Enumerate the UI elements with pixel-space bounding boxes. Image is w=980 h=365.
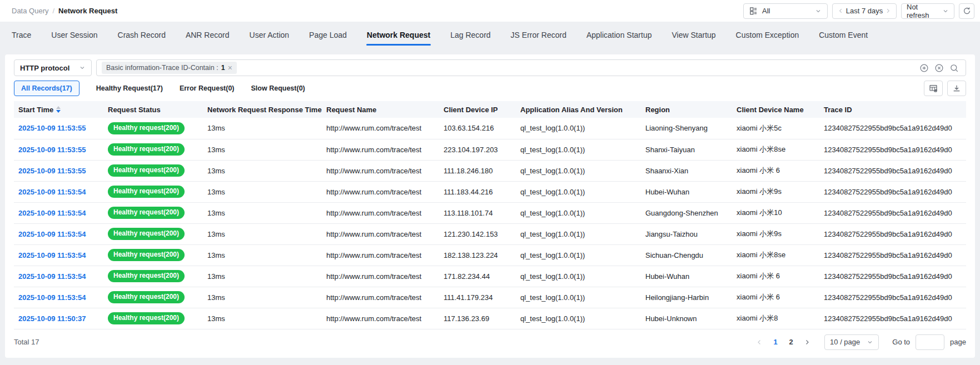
- tab-application-startup[interactable]: Application Startup: [576, 22, 662, 48]
- start-time-link[interactable]: 2025-10-09 11:53:55: [18, 146, 86, 154]
- add-filter-icon[interactable]: [919, 63, 929, 73]
- cell-app-version: ql_test_log(1.0.0(1)): [516, 181, 641, 202]
- cell-app-version: ql_test_log(1.0.0(1)): [516, 118, 641, 139]
- start-time-link[interactable]: 2025-10-09 11:50:37: [18, 314, 86, 323]
- filter-condition-input[interactable]: Basic information-Trace ID-Contain : 1 ×: [96, 59, 966, 76]
- tab-trace[interactable]: Trace: [2, 22, 41, 48]
- cell-region: Hubei-Wuhan: [641, 266, 732, 287]
- col-client-ip: Client Device IP: [439, 101, 516, 118]
- cell-device-name: xiaomi 小米5c: [732, 118, 819, 139]
- cell-region: Jiangsu-Taizhou: [641, 223, 732, 244]
- refresh-mode-select[interactable]: Not refresh: [901, 3, 954, 19]
- filter-tag-close-icon[interactable]: ×: [228, 64, 232, 72]
- table-tools: [924, 81, 966, 96]
- tab-page-load[interactable]: Page Load: [299, 22, 357, 48]
- cell-start-time: 2025-10-09 11:53:54: [14, 287, 103, 308]
- prev-page-icon[interactable]: [753, 335, 765, 349]
- tab-crash-record[interactable]: Crash Record: [108, 22, 176, 48]
- sort-desc-icon: [56, 110, 61, 113]
- page-number-1[interactable]: 1: [769, 335, 782, 349]
- scope-select[interactable]: All: [743, 3, 828, 19]
- search-icon[interactable]: [949, 63, 959, 73]
- cell-client-ip: 103.63.154.216: [439, 118, 516, 139]
- refresh-button[interactable]: [959, 3, 974, 19]
- chevron-down-icon: [942, 8, 949, 14]
- sort-icon[interactable]: [56, 106, 61, 113]
- cell-request-status: Healthy request(200): [103, 160, 203, 181]
- tab-js-error-record[interactable]: JS Error Record: [501, 22, 576, 48]
- goto-page-input[interactable]: [916, 334, 944, 350]
- record-tab-all-records-17[interactable]: All Records(17): [14, 81, 79, 96]
- cell-request-status: Healthy request(200): [103, 139, 203, 160]
- next-page-icon[interactable]: [801, 335, 813, 349]
- download-button[interactable]: [947, 81, 966, 96]
- start-time-link[interactable]: 2025-10-09 11:53:54: [18, 230, 86, 238]
- cell-response-time: 13ms: [203, 308, 322, 329]
- tab-custom-exception[interactable]: Custom Exception: [726, 22, 809, 48]
- range-next-icon[interactable]: [885, 8, 891, 14]
- scope-select-value: All: [762, 7, 810, 15]
- cell-trace-id: 12340827522955bd9bc5a1a9162d49d0: [819, 202, 966, 223]
- cell-region: Hubei-Wuhan: [641, 181, 732, 202]
- tab-user-session[interactable]: User Session: [41, 22, 107, 48]
- record-tab-healthy-request-17[interactable]: Healthy Request(17): [96, 84, 163, 92]
- cell-request-name: http://www.rum.com/trace/test: [322, 223, 439, 244]
- chevron-down-icon: [815, 8, 822, 14]
- cell-app-version: ql_test_log(1.0.0(1)): [516, 139, 641, 160]
- cell-request-status: Healthy request(200): [103, 202, 203, 223]
- col-device-name: Client Device Name: [732, 101, 819, 118]
- tab-custom-event[interactable]: Custom Event: [809, 22, 878, 48]
- cell-response-time: 13ms: [203, 139, 322, 160]
- start-time-link[interactable]: 2025-10-09 11:53:54: [18, 209, 86, 217]
- page-number-2[interactable]: 2: [784, 335, 798, 349]
- col-start-time[interactable]: Start Time: [14, 101, 103, 118]
- cell-start-time: 2025-10-09 11:53:55: [14, 160, 103, 181]
- top-controls: All Last 7 days Not refresh: [743, 3, 974, 19]
- table-row: 2025-10-09 11:53:54Healthy request(200)1…: [14, 287, 966, 308]
- tab-network-request[interactable]: Network Request: [357, 22, 440, 48]
- time-range-value[interactable]: Last 7 days: [846, 7, 883, 15]
- cell-client-ip: 121.230.142.153: [439, 223, 516, 244]
- status-badge: Healthy request(200): [108, 164, 185, 177]
- network-request-panel: HTTP protocol Basic information-Trace ID…: [5, 54, 975, 358]
- clear-filter-icon[interactable]: [934, 63, 944, 73]
- table-row: 2025-10-09 11:53:54Healthy request(200)1…: [14, 266, 966, 287]
- status-badge: Healthy request(200): [108, 143, 185, 156]
- breadcrumb-parent[interactable]: Data Query: [12, 7, 48, 15]
- column-settings-button[interactable]: [924, 81, 943, 96]
- cell-app-version: ql_test_log(1.0.0(1)): [516, 266, 641, 287]
- protocol-select[interactable]: HTTP protocol: [14, 59, 92, 76]
- record-tab-slow-request-0[interactable]: Slow Request(0): [251, 84, 305, 92]
- cell-device-name: xiaomi 小米 6: [732, 287, 819, 308]
- start-time-link[interactable]: 2025-10-09 11:53:55: [18, 167, 86, 175]
- cell-request-name: http://www.rum.com/trace/test: [322, 139, 439, 160]
- start-time-link[interactable]: 2025-10-09 11:53:54: [18, 272, 86, 281]
- col-region: Region: [641, 101, 732, 118]
- cell-response-time: 13ms: [203, 181, 322, 202]
- cell-region: Liaoning-Shenyang: [641, 118, 732, 139]
- cell-device-name: xiaomi 小米8se: [732, 139, 819, 160]
- cell-app-version: ql_test_log(1.0.0(1)): [516, 202, 641, 223]
- tab-anr-record[interactable]: ANR Record: [176, 22, 240, 48]
- cell-request-name: http://www.rum.com/trace/test: [322, 181, 439, 202]
- cell-response-time: 13ms: [203, 202, 322, 223]
- start-time-link[interactable]: 2025-10-09 11:53:54: [18, 293, 86, 302]
- start-time-link[interactable]: 2025-10-09 11:53:54: [18, 251, 86, 259]
- page-size-select[interactable]: 10 / page: [824, 334, 879, 350]
- start-time-link[interactable]: 2025-10-09 11:53:55: [18, 124, 86, 132]
- cell-trace-id: 12340827522955bd9bc5a1a9162d49d0: [819, 266, 966, 287]
- refresh-icon: [963, 7, 971, 15]
- range-prev-icon[interactable]: [838, 8, 844, 14]
- breadcrumb: Data Query / Network Request: [12, 7, 117, 15]
- tab-user-action[interactable]: User Action: [240, 22, 300, 48]
- start-time-link[interactable]: 2025-10-09 11:53:54: [18, 188, 86, 196]
- cell-request-name: http://www.rum.com/trace/test: [322, 287, 439, 308]
- sort-asc-icon: [56, 106, 61, 109]
- cell-client-ip: 111.41.179.234: [439, 287, 516, 308]
- tab-lag-record[interactable]: Lag Record: [440, 22, 500, 48]
- table-row: 2025-10-09 11:53:54Healthy request(200)1…: [14, 202, 966, 223]
- record-tab-error-request-0[interactable]: Error Request(0): [180, 84, 235, 92]
- cell-region: Shanxi-Taiyuan: [641, 139, 732, 160]
- tab-view-startup[interactable]: View Startup: [661, 22, 725, 48]
- status-badge: Healthy request(200): [108, 207, 185, 219]
